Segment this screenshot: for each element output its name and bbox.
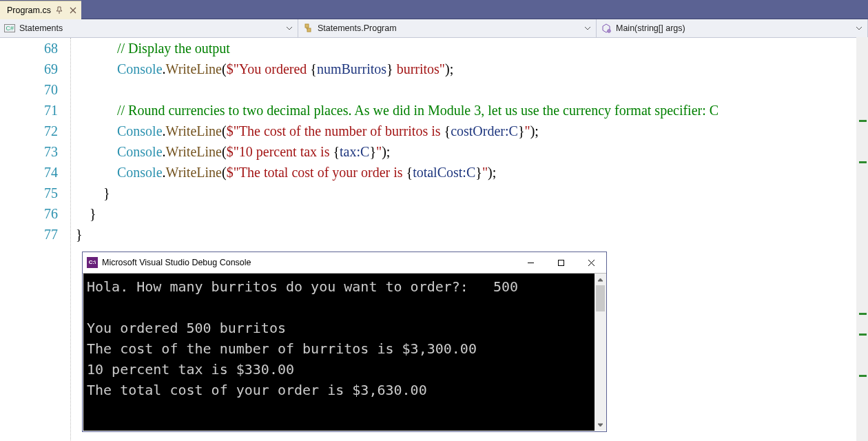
code-line: // Display the output: [76, 38, 868, 59]
line-number: 68: [0, 38, 58, 59]
class-icon: [302, 23, 313, 34]
scroll-up-icon[interactable]: [595, 274, 606, 285]
close-icon[interactable]: [68, 5, 79, 16]
console-output[interactable]: Hola. How many burritos do you want to o…: [83, 274, 595, 431]
code-line: Console.WriteLine($"10 percent tax is {t…: [76, 141, 868, 162]
minimize-button[interactable]: [515, 252, 546, 273]
nav-class-label: Statements.Program: [318, 23, 397, 33]
line-number: 72: [0, 121, 58, 141]
code-line: }: [76, 203, 868, 224]
chevron-down-icon[interactable]: [284, 23, 295, 34]
code-line: [76, 79, 868, 100]
line-number: 77: [0, 224, 58, 245]
console-app-icon: C:\: [87, 257, 98, 268]
outlining-margin: [68, 38, 76, 441]
console-titlebar[interactable]: C:\ Microsoft Visual Studio Debug Consol…: [83, 252, 606, 274]
code-line: Console.WriteLine($"The cost of the numb…: [76, 121, 868, 141]
code-line: }: [76, 224, 868, 245]
scroll-thumb[interactable]: [596, 285, 605, 311]
scroll-mark: [859, 334, 867, 336]
scroll-mark: [859, 120, 867, 122]
nav-class-dropdown[interactable]: Statements.Program: [298, 19, 597, 37]
console-scrollbar[interactable]: [595, 274, 606, 431]
pin-icon[interactable]: [54, 5, 65, 16]
code-line: Console.WriteLine($"The total cost of yo…: [76, 162, 868, 183]
chevron-down-icon[interactable]: [854, 23, 865, 34]
csharp-badge-icon: C#: [4, 23, 15, 34]
scroll-down-icon[interactable]: [595, 419, 606, 431]
line-number: 75: [0, 183, 58, 203]
code-line: // Round currencies to two decimal place…: [76, 100, 868, 121]
scroll-mark: [859, 161, 867, 163]
svg-rect-5: [558, 260, 564, 265]
nav-member-label: Main(string[] args): [616, 23, 685, 33]
scroll-mark: [859, 313, 867, 315]
file-tab-program-cs[interactable]: Program.cs: [0, 1, 81, 19]
method-icon: [601, 23, 612, 34]
line-number-gutter: 68697071727374757677: [0, 38, 68, 441]
nav-member-dropdown[interactable]: Main(string[] args): [597, 19, 868, 37]
debug-console-window: C:\ Microsoft Visual Studio Debug Consol…: [82, 252, 607, 432]
editor-tabstrip: Program.cs: [0, 0, 868, 19]
chevron-down-icon[interactable]: [582, 23, 593, 34]
navigation-bar: C# Statements Statements.Program Main(st…: [0, 19, 868, 38]
line-number: 76: [0, 203, 58, 224]
scroll-mark: [859, 375, 867, 377]
code-line: Console.WriteLine($"You ordered {numBurr…: [76, 59, 868, 79]
line-number: 70: [0, 79, 58, 100]
maximize-button[interactable]: [546, 252, 576, 273]
close-button[interactable]: [576, 252, 606, 273]
svg-rect-2: [305, 24, 309, 28]
file-tab-label: Program.cs: [7, 6, 51, 15]
code-line: }: [76, 183, 868, 203]
nav-scope-dropdown[interactable]: C# Statements: [0, 19, 298, 37]
line-number: 73: [0, 141, 58, 162]
nav-scope-label: Statements: [19, 23, 63, 33]
line-number: 71: [0, 100, 58, 121]
line-number: 74: [0, 162, 58, 183]
scroll-marker-strip[interactable]: [856, 37, 868, 441]
svg-text:C#: C#: [6, 25, 14, 32]
line-number: 69: [0, 59, 58, 79]
console-title-text: Microsoft Visual Studio Debug Console: [102, 258, 515, 267]
